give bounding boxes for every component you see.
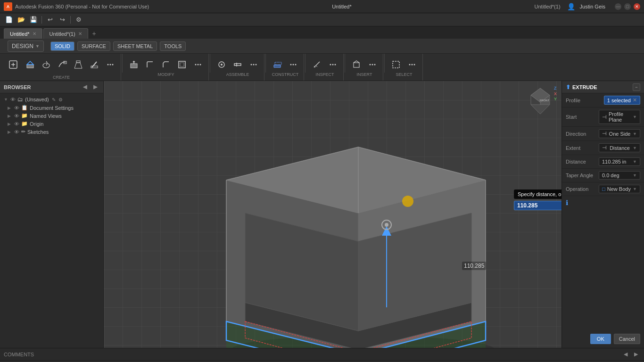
operation-dropdown-arrow: ▼ <box>633 187 637 191</box>
collapse-extrude-button[interactable]: − <box>633 83 640 91</box>
sweep-button[interactable] <box>55 58 70 71</box>
revolve-button[interactable] <box>39 58 54 71</box>
named-views-label: Named Views <box>30 113 62 119</box>
titlebar: A Autodesk Fusion 360 (Personal - Not fo… <box>0 0 644 13</box>
modify-more-button[interactable] <box>190 58 206 71</box>
loft-button[interactable] <box>71 58 86 71</box>
svg-point-33 <box>295 64 297 65</box>
start-icon: ⊣ <box>602 114 607 120</box>
close-button[interactable]: ✕ <box>634 3 640 10</box>
press-pull-button[interactable] <box>126 58 141 71</box>
redo-button[interactable]: ↪ <box>57 15 67 25</box>
construct-more-button[interactable] <box>286 58 301 71</box>
shell-button[interactable] <box>174 58 190 71</box>
tree-item-sketches[interactable]: ▶ 👁 ✏ Sketches <box>0 128 103 136</box>
svg-point-20 <box>198 64 199 65</box>
assemble-more-button[interactable] <box>246 58 261 71</box>
quick-access-toolbar: 📄 📂 💾 ↩ ↪ ⚙ <box>0 13 644 26</box>
distance-input[interactable]: 110.285 <box>514 201 561 210</box>
undo-button[interactable]: ↩ <box>45 15 55 25</box>
svg-point-26 <box>251 64 252 65</box>
direction-value[interactable]: ⊣ One Side ▼ <box>599 129 640 138</box>
svg-point-43 <box>374 64 376 65</box>
tree-item-origin[interactable]: ▶ 👁 📁 Origin <box>0 120 103 128</box>
profile-clear-button[interactable]: ✕ <box>633 97 637 103</box>
browser-expand-button[interactable]: ◀ <box>81 83 89 91</box>
start-dropdown-arrow: ▼ <box>633 115 637 119</box>
select-button[interactable] <box>388 58 404 71</box>
tab-secondary-label: Untitled*(1) <box>50 31 75 37</box>
design-menu-button[interactable]: DESIGN ▼ <box>8 41 44 52</box>
comments-label: COMMENTS <box>4 352 34 357</box>
maximize-button[interactable]: □ <box>624 3 631 10</box>
svg-point-23 <box>221 64 223 66</box>
ok-button[interactable]: OK <box>590 334 611 344</box>
create-more-button[interactable] <box>103 58 118 71</box>
construct-buttons-row <box>270 58 301 71</box>
joint-button[interactable] <box>214 58 229 71</box>
cancel-button[interactable]: Cancel <box>614 334 640 344</box>
create-group-label: CREATE <box>53 75 70 80</box>
insert-mesh-button[interactable] <box>349 58 364 71</box>
tree-item-named-views[interactable]: ▶ 👁 📁 Named Views <box>0 112 103 120</box>
settings-button[interactable]: ⚙ <box>74 15 84 25</box>
solid-tab[interactable]: SOLID <box>50 41 74 51</box>
select-more-button[interactable] <box>405 58 420 71</box>
browser-collapse-button[interactable]: ▶ <box>91 83 99 91</box>
extrude-button[interactable] <box>23 58 38 71</box>
tree-item-root[interactable]: ▼ 👁 🗂 (Unsaved) ✎ ⚙ <box>0 95 103 104</box>
svg-point-39 <box>335 64 336 65</box>
quickbar-separator-2 <box>70 16 71 24</box>
tab-secondary-close-button[interactable]: ✕ <box>78 31 82 36</box>
svg-rect-17 <box>179 61 185 68</box>
active-tab-title: Untitled* <box>332 4 352 9</box>
measure-button[interactable] <box>309 58 324 71</box>
username: Justin Geis <box>580 4 605 9</box>
viewport[interactable]: 110.285 Specify distance, or select copl… <box>104 81 561 348</box>
main-area: BROWSER ◀ ▶ ▼ 👁 🗂 (Unsaved) ✎ ⚙ ▶ 👁 📋 Do… <box>0 81 644 348</box>
distance-value-field[interactable]: 110.285 in ▼ <box>599 157 640 166</box>
offset-plane-button[interactable] <box>270 58 285 71</box>
rigid-group-button[interactable] <box>230 58 245 71</box>
profile-value[interactable]: 1 selected ✕ <box>604 96 640 105</box>
named-views-icon: 📁 <box>21 113 28 119</box>
toolbar-create-group: CREATE <box>2 54 121 81</box>
inspect-more-button[interactable] <box>325 58 340 71</box>
chamfer-button[interactable] <box>158 58 173 71</box>
open-file-button[interactable]: 📂 <box>16 15 26 25</box>
tab-secondary[interactable]: Untitled*(1) ✕ <box>43 28 88 39</box>
taper-value[interactable]: 0.0 deg ▼ <box>599 171 640 180</box>
sheet-metal-tab[interactable]: SHEET METAL <box>113 41 157 51</box>
direction-value-text: One Side <box>609 131 631 137</box>
svg-line-36 <box>316 66 317 67</box>
viewcube[interactable]: FRONT Z X Y <box>524 86 557 119</box>
surface-tab[interactable]: SURFACE <box>77 41 110 51</box>
new-component-button[interactable] <box>5 55 22 74</box>
extrude-actions: OK Cancel <box>562 330 644 348</box>
operation-value[interactable]: □ New Body ▼ <box>599 185 640 193</box>
tab-bar: Untitled* ✕ Untitled*(1) ✕ + <box>0 26 644 39</box>
extent-icon: ⊣ <box>602 145 607 151</box>
browser-toolbar: ◀ ▶ <box>81 83 99 91</box>
extent-value[interactable]: ⊣ Distance ▼ <box>599 143 640 152</box>
new-file-button[interactable]: 📄 <box>4 15 14 25</box>
svg-point-38 <box>332 64 334 65</box>
sketches-icon: ✏ <box>21 129 25 135</box>
minimize-button[interactable]: — <box>615 3 621 10</box>
add-tab-button[interactable]: + <box>89 28 99 39</box>
taper-label: Taper Angle <box>566 173 599 178</box>
comments-collapse-button[interactable]: ▶ <box>632 350 640 359</box>
assemble-group-label: ASSEMBLE <box>226 72 249 77</box>
insert-more-button[interactable] <box>365 58 380 71</box>
tools-tab[interactable]: TOOLS <box>160 41 186 51</box>
fillet-button[interactable] <box>142 58 157 71</box>
rib-button[interactable] <box>87 58 102 71</box>
start-value[interactable]: ⊣ Profile Plane ▼ <box>599 110 640 124</box>
tree-item-doc-settings[interactable]: ▶ 👁 📋 Document Settings <box>0 104 103 112</box>
operation-label: Operation <box>566 186 599 192</box>
comments-expand-button[interactable]: ◀ <box>621 350 630 359</box>
tab-untitled[interactable]: Untitled* ✕ <box>4 28 42 39</box>
svg-point-37 <box>330 64 331 65</box>
save-button[interactable]: 💾 <box>28 15 39 25</box>
tab-close-button[interactable]: ✕ <box>33 31 36 36</box>
